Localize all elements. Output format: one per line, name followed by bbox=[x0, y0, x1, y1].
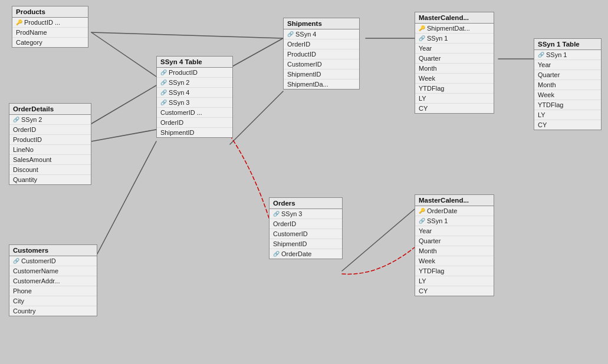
link-icon: 🔗 bbox=[160, 70, 167, 75]
table-row: 🔗SSyn 4 bbox=[157, 88, 232, 98]
table-row: Week bbox=[415, 74, 494, 84]
orderdetails-title: OrderDetails bbox=[9, 104, 91, 115]
table-row: 🔗SSyn 1 bbox=[415, 34, 494, 44]
svg-line-3 bbox=[91, 130, 156, 141]
mastercalend2-title: MasterCalend... bbox=[415, 195, 494, 206]
table-row: 🔗SSyn 1 bbox=[415, 216, 494, 226]
table-row: LineNo bbox=[9, 145, 91, 155]
table-row: Discount bbox=[9, 165, 91, 175]
link-icon: 🔗 bbox=[538, 52, 544, 58]
svg-line-5 bbox=[230, 91, 283, 144]
table-row: ShipmentID bbox=[157, 128, 232, 137]
table-row: 🔗SSyn 1 bbox=[534, 50, 601, 60]
orderdetails-table: OrderDetails 🔗SSyn 2 OrderID ProductID L… bbox=[9, 103, 91, 185]
link-icon: 🔗 bbox=[287, 31, 294, 37]
table-row: Month bbox=[534, 80, 601, 90]
table-row: Month bbox=[415, 64, 494, 74]
link-icon: 🔗 bbox=[419, 35, 425, 41]
table-row: ShipmentID bbox=[284, 70, 359, 80]
link-icon: 🔗 bbox=[273, 251, 280, 257]
table-row: LY bbox=[415, 276, 494, 286]
table-row: Quantity bbox=[9, 175, 91, 184]
table-row: Week bbox=[415, 256, 494, 266]
table-row: 🔗ProductID bbox=[157, 68, 232, 78]
key-icon: 🔑 bbox=[419, 25, 425, 31]
table-row: 🔑ShipmentDat... bbox=[415, 24, 494, 34]
table-row: Phone bbox=[9, 286, 97, 296]
table-row: LY bbox=[534, 110, 601, 120]
table-row: YTDFlag bbox=[415, 84, 494, 94]
table-row: 🔗SSyn 3 bbox=[270, 209, 342, 219]
table-row: ProductID bbox=[9, 135, 91, 145]
table-row: CY bbox=[534, 120, 601, 130]
table-row: Quarter bbox=[415, 236, 494, 246]
orders-table: Orders 🔗SSyn 3 OrderID CustomerID Shipme… bbox=[269, 197, 343, 259]
table-row: CY bbox=[415, 104, 494, 113]
table-row: Week bbox=[534, 90, 601, 100]
table-row: 🔗SSyn 2 bbox=[9, 115, 91, 125]
table-row: Category bbox=[12, 38, 88, 47]
table-row: CustomerName bbox=[9, 266, 97, 276]
table-row: City bbox=[9, 296, 97, 306]
ssyn1-table: SSyn 1 Table 🔗SSyn 1 Year Quarter Month … bbox=[534, 38, 602, 130]
table-row: 🔑ProductID ... bbox=[12, 18, 88, 28]
table-row: YTDFlag bbox=[415, 266, 494, 276]
table-row: OrderID bbox=[284, 39, 359, 49]
shipments-table: Shipments 🔗SSyn 4 OrderID ProductID Cust… bbox=[283, 18, 360, 90]
table-row: 🔗SSyn 4 bbox=[284, 29, 359, 39]
table-row: 🔗CustomerID bbox=[9, 256, 97, 266]
diagram-canvas: Products 🔑ProductID ... ProdName Categor… bbox=[0, 0, 608, 364]
table-row: LY bbox=[415, 94, 494, 104]
table-row: Year bbox=[415, 226, 494, 236]
table-row: ProductID bbox=[284, 49, 359, 59]
ssyn1-title: SSyn 1 Table bbox=[534, 39, 601, 50]
table-row: OrderID bbox=[157, 118, 232, 128]
table-row: OrderID bbox=[270, 219, 342, 229]
table-row: Year bbox=[534, 60, 601, 70]
key-icon: 🔑 bbox=[419, 208, 425, 214]
table-row: OrderID bbox=[9, 125, 91, 135]
table-row: Quarter bbox=[534, 70, 601, 80]
table-row: CustomerID bbox=[284, 59, 359, 70]
svg-line-9 bbox=[342, 209, 415, 271]
link-icon: 🔗 bbox=[419, 218, 425, 224]
customers-title: Customers bbox=[9, 245, 97, 256]
mastercalend1-title: MasterCalend... bbox=[415, 12, 494, 24]
mastercalend2-table: MasterCalend... 🔑OrderDate 🔗SSyn 1 Year … bbox=[415, 194, 494, 296]
svg-line-0 bbox=[91, 32, 156, 77]
table-row: 🔑OrderDate bbox=[415, 206, 494, 216]
table-row: 🔗SSyn 3 bbox=[157, 98, 232, 108]
orders-title: Orders bbox=[270, 198, 342, 209]
svg-line-4 bbox=[230, 38, 283, 68]
link-icon: 🔗 bbox=[13, 258, 19, 264]
table-row: ShipmentID bbox=[270, 239, 342, 249]
table-row: 🔗OrderDate bbox=[270, 249, 342, 259]
link-icon: 🔗 bbox=[13, 117, 19, 123]
link-icon: 🔗 bbox=[273, 211, 280, 217]
ssyn4-table: SSyn 4 Table 🔗ProductID 🔗SSyn 2 🔗SSyn 4 … bbox=[156, 56, 233, 138]
table-row: YTDFlag bbox=[534, 100, 601, 110]
table-row: CustomerID bbox=[270, 229, 342, 239]
mastercalend1-table: MasterCalend... 🔑ShipmentDat... 🔗SSyn 1 … bbox=[415, 12, 494, 114]
key-icon: 🔑 bbox=[16, 19, 22, 25]
svg-line-1 bbox=[91, 32, 283, 38]
table-row: Country bbox=[9, 306, 97, 316]
svg-line-8 bbox=[91, 141, 156, 265]
table-row: SalesAmount bbox=[9, 155, 91, 165]
products-title: Products bbox=[12, 6, 88, 18]
products-table: Products 🔑ProductID ... ProdName Categor… bbox=[12, 6, 88, 48]
table-row: ProdName bbox=[12, 28, 88, 38]
table-row: Quarter bbox=[415, 54, 494, 64]
table-row: CustomerAddr... bbox=[9, 276, 97, 286]
shipments-title: Shipments bbox=[284, 18, 359, 29]
table-row: CY bbox=[415, 286, 494, 296]
ssyn4-title: SSyn 4 Table bbox=[157, 57, 232, 68]
link-icon: 🔗 bbox=[160, 100, 167, 105]
customers-table: Customers 🔗CustomerID CustomerName Custo… bbox=[9, 244, 97, 316]
table-row: ShipmentDa... bbox=[284, 80, 359, 89]
table-row: Month bbox=[415, 246, 494, 256]
table-row: CustomerID ... bbox=[157, 108, 232, 118]
table-row: Year bbox=[415, 44, 494, 54]
svg-line-2 bbox=[91, 85, 156, 124]
table-row: 🔗SSyn 2 bbox=[157, 78, 232, 88]
